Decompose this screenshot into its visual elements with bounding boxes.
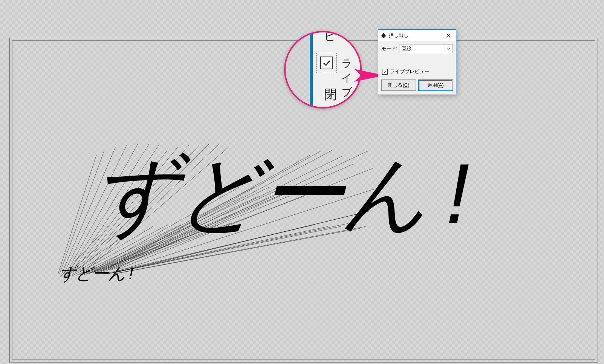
live-preview-label: ライブプレビュー xyxy=(390,68,429,75)
check-icon xyxy=(323,59,330,67)
mode-combobox[interactable]: 直線 xyxy=(399,44,453,53)
magnifier-top-fragment: ヒ xyxy=(324,31,336,44)
live-preview-checkbox[interactable] xyxy=(382,69,388,75)
apply-btn-key: A xyxy=(439,82,442,88)
magnifier-bottom-fragment: 閉 xyxy=(324,86,337,103)
apply-button[interactable]: 適用(A) xyxy=(418,80,453,91)
check-icon xyxy=(383,70,387,73)
chevron-down-icon xyxy=(447,47,451,50)
mode-value: 直線 xyxy=(399,44,445,53)
close-icon xyxy=(447,34,451,38)
dialog-titlebar[interactable]: 押し出し xyxy=(378,30,456,41)
dialog-title: 押し出し xyxy=(389,32,441,39)
extrude-dialog: 押し出し モード: 直線 ライブプレビュー xyxy=(378,29,456,95)
mode-label: モード: xyxy=(381,45,398,52)
inkscape-icon xyxy=(381,32,387,38)
close-btn-key: C xyxy=(404,82,408,88)
close-dialog-button[interactable]: 閉じる(C) xyxy=(381,80,416,91)
close-btn-label: 閉じる xyxy=(388,82,402,88)
magnifier-checkbox-focus xyxy=(317,53,337,73)
combobox-button[interactable] xyxy=(445,44,453,53)
magnifier-callout: ヒ ライブ 閉 xyxy=(284,31,362,109)
close-button[interactable] xyxy=(441,30,456,41)
apply-btn-label: 適用 xyxy=(427,82,437,88)
magnifier-checkbox xyxy=(320,57,333,69)
